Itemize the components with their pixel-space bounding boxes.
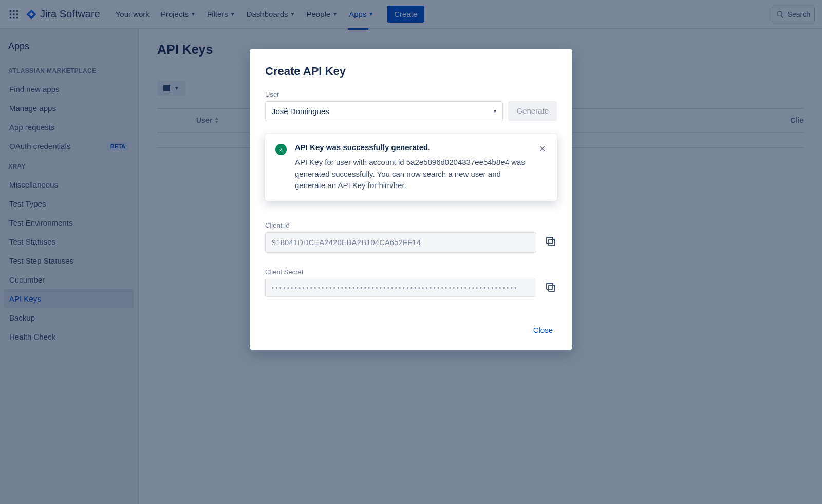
- copy-client-secret-button[interactable]: [545, 281, 557, 295]
- client-id-label: Client Id: [265, 221, 557, 229]
- user-select[interactable]: José Domingues ▾: [265, 101, 503, 121]
- success-notification: API Key was successfully generated. API …: [265, 134, 557, 201]
- success-body-text: API Key for user with account id 5a2e589…: [295, 157, 530, 192]
- copy-icon: [545, 235, 557, 248]
- user-field-label: User: [265, 90, 557, 98]
- close-button[interactable]: Close: [529, 323, 557, 338]
- success-check-icon: [275, 144, 287, 155]
- user-select-value: José Domingues: [272, 107, 329, 116]
- svg-rect-9: [549, 239, 555, 246]
- create-api-key-modal: Create API Key User José Domingues ▾ Gen…: [250, 49, 572, 350]
- success-title: API Key was successfully generated.: [295, 143, 530, 152]
- svg-rect-11: [549, 285, 555, 291]
- copy-icon: [545, 281, 557, 293]
- generate-button[interactable]: Generate: [508, 101, 557, 121]
- dismiss-notification-button[interactable]: ✕: [538, 143, 547, 192]
- copy-client-id-button[interactable]: [545, 235, 557, 249]
- chevron-down-icon: ▾: [494, 108, 496, 114]
- client-id-field[interactable]: 918041DDCEA2420EBA2B104CA652FF14: [265, 232, 536, 253]
- client-secret-field[interactable]: ••••••••••••••••••••••••••••••••••••••••…: [265, 279, 536, 297]
- client-secret-label: Client Secret: [265, 268, 557, 276]
- modal-title: Create API Key: [265, 65, 557, 78]
- svg-rect-12: [547, 283, 553, 289]
- svg-rect-10: [547, 237, 553, 244]
